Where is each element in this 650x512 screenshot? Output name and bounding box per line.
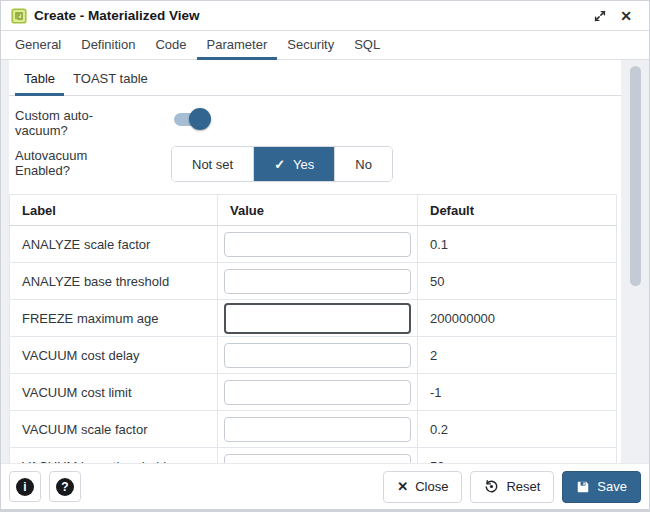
- table-row: FREEZE maximum age 200000000: [10, 300, 617, 337]
- tab-general[interactable]: General: [5, 31, 71, 60]
- titlebar: Create - Materialized View ✕: [1, 1, 649, 31]
- custom-autovacuum-row: Custom auto-vacuum?: [9, 106, 623, 138]
- reset-icon: [484, 479, 499, 494]
- save-button[interactable]: Save: [562, 471, 641, 503]
- save-button-label: Save: [597, 479, 627, 494]
- header-value: Value: [218, 195, 418, 226]
- table-row: VACUUM base threshold 50: [10, 448, 617, 464]
- param-value-input[interactable]: [224, 269, 411, 294]
- table-row: ANALYZE scale factor 0.1: [10, 226, 617, 263]
- param-default: 2: [418, 337, 617, 374]
- param-value-input[interactable]: [224, 380, 411, 405]
- autovacuum-option-yes-label: Yes: [293, 157, 314, 172]
- autovacuum-option-no[interactable]: No: [335, 147, 392, 181]
- close-x-icon: ✕: [397, 479, 408, 494]
- autovacuum-enabled-label: Autovacuum Enabled?: [15, 146, 133, 178]
- tab-sql[interactable]: SQL: [344, 31, 390, 60]
- table-row: ANALYZE base threshold 50: [10, 263, 617, 300]
- tab-parameter[interactable]: Parameter: [197, 31, 278, 60]
- footer: i ? ✕ Close Reset Save: [1, 463, 649, 509]
- param-value-input[interactable]: [224, 417, 411, 442]
- tab-code[interactable]: Code: [145, 31, 196, 60]
- param-label: ANALYZE base threshold: [10, 263, 218, 300]
- autovacuum-option-yes[interactable]: ✓ Yes: [254, 147, 335, 181]
- materialized-view-icon: [11, 8, 27, 24]
- close-button[interactable]: ✕ Close: [383, 471, 462, 503]
- param-default: 200000000: [418, 300, 617, 337]
- param-default: 50: [418, 263, 617, 300]
- table-row: VACUUM cost delay 2: [10, 337, 617, 374]
- subtab-toast-table[interactable]: TOAST table: [64, 67, 157, 96]
- create-materialized-view-dialog: Create - Materialized View ✕ General Def…: [0, 0, 650, 512]
- main-tabs: General Definition Code Parameter Securi…: [1, 31, 649, 60]
- info-icon: i: [16, 478, 34, 496]
- toggle-thumb: [189, 108, 211, 130]
- autovacuum-enabled-group: Not set ✓ Yes No: [171, 146, 393, 182]
- param-label: ANALYZE scale factor: [10, 226, 218, 263]
- param-default: 50: [418, 448, 617, 464]
- table-row: VACUUM scale factor 0.2: [10, 411, 617, 448]
- param-label: VACUUM scale factor: [10, 411, 218, 448]
- autovacuum-enabled-row: Autovacuum Enabled? Not set ✓ Yes No: [9, 146, 623, 182]
- content-panel: Table TOAST table Custom auto-vacuum? Au…: [9, 60, 623, 463]
- param-value-input[interactable]: [224, 232, 411, 257]
- param-default: 0.1: [418, 226, 617, 263]
- param-default: 0.2: [418, 411, 617, 448]
- scrollbar-thumb[interactable]: [630, 66, 641, 286]
- table-row: VACUUM cost limit -1: [10, 374, 617, 411]
- parameters-table: Label Value Default ANALYZE scale factor…: [9, 194, 617, 463]
- tab-definition[interactable]: Definition: [71, 31, 145, 60]
- save-icon: [576, 480, 590, 494]
- param-default: -1: [418, 374, 617, 411]
- check-icon: ✓: [274, 157, 285, 172]
- parameter-tab-content: Table TOAST table Custom auto-vacuum? Au…: [1, 60, 649, 463]
- param-label: VACUUM base threshold: [10, 448, 218, 464]
- param-value-input[interactable]: [224, 454, 411, 464]
- maximize-icon[interactable]: [587, 4, 613, 28]
- reset-button[interactable]: Reset: [470, 471, 554, 503]
- table-header-row: Label Value Default: [10, 195, 617, 226]
- sub-tabs: Table TOAST table: [9, 60, 623, 96]
- param-value-input[interactable]: [224, 343, 411, 368]
- custom-autovacuum-label: Custom auto-vacuum?: [15, 106, 133, 138]
- close-button-label: Close: [415, 479, 448, 494]
- header-default: Default: [418, 195, 617, 226]
- help-button[interactable]: ?: [49, 471, 81, 502]
- sql-info-button[interactable]: i: [9, 471, 41, 502]
- param-value-input-focused[interactable]: [224, 303, 411, 334]
- reset-button-label: Reset: [506, 479, 540, 494]
- vertical-scrollbar[interactable]: [621, 60, 649, 463]
- param-label: FREEZE maximum age: [10, 300, 218, 337]
- help-icon: ?: [56, 478, 74, 496]
- autovacuum-option-not-set[interactable]: Not set: [172, 147, 254, 181]
- subtab-table[interactable]: Table: [15, 67, 64, 96]
- custom-autovacuum-toggle[interactable]: [171, 108, 211, 130]
- tab-security[interactable]: Security: [277, 31, 344, 60]
- param-label: VACUUM cost delay: [10, 337, 218, 374]
- header-label: Label: [10, 195, 218, 226]
- param-label: VACUUM cost limit: [10, 374, 218, 411]
- dialog-title: Create - Materialized View: [34, 8, 200, 23]
- close-icon[interactable]: ✕: [613, 4, 639, 28]
